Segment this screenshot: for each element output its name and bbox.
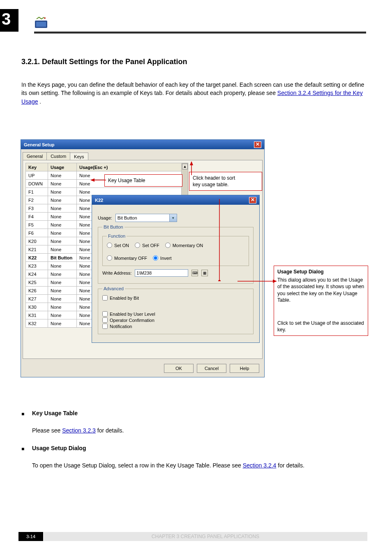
- keypad-icon[interactable]: ⌨: [191, 270, 198, 276]
- radio-momentary-off[interactable]: Momentary OFF: [107, 255, 147, 261]
- cell-usage: None: [48, 213, 77, 221]
- cell-key: K23: [26, 262, 48, 270]
- enabled-by-user-check[interactable]: Enabled by User Level: [102, 311, 249, 317]
- cell-usage: None: [48, 311, 77, 319]
- cell-usage: None: [48, 221, 77, 229]
- bullet-square-icon: ■: [21, 411, 24, 417]
- col-key-header[interactable]: Key: [26, 163, 48, 171]
- cell-usage: None: [48, 196, 77, 204]
- cell-key: K20: [26, 237, 48, 245]
- help-button[interactable]: Help: [230, 364, 259, 373]
- cell-usage: None: [48, 245, 77, 254]
- footer-page-number: 3-14: [18, 532, 43, 541]
- dialog-title: General Setup: [24, 142, 55, 147]
- function-legend: Function: [107, 234, 127, 238]
- cell-usage: None: [48, 303, 77, 311]
- svg-rect-1: [36, 22, 46, 27]
- close-icon[interactable]: ✕: [249, 197, 256, 204]
- cell-usage: None: [48, 262, 77, 270]
- radio-momentary-on[interactable]: Momentary ON: [165, 243, 203, 248]
- footer-chapter-label: CHAPTER 3 CREATING PANEL APPLICATIONS: [44, 532, 367, 541]
- svg-marker-6: [190, 161, 193, 165]
- page-title: 3.2.1. Default Settings for the Panel Ap…: [21, 58, 187, 66]
- svg-point-8: [218, 280, 221, 281]
- cell-key: UP: [26, 171, 48, 180]
- cell-key: DOWN: [26, 180, 48, 188]
- cell-key: F5: [26, 221, 48, 229]
- section-324-link[interactable]: Section 3.2.4: [243, 462, 277, 469]
- cell-key: F6: [26, 229, 48, 237]
- tab-general[interactable]: General: [23, 152, 47, 160]
- svg-point-2: [44, 17, 46, 19]
- callout-sort-header: Click header to sort key usage table.: [189, 172, 262, 191]
- app-logo-icon: [34, 16, 48, 29]
- cell-usage: None: [48, 278, 77, 287]
- intro-paragraph: In the Keys page, you can define the def…: [21, 81, 367, 106]
- ok-button[interactable]: OK: [164, 364, 194, 373]
- address-picker-icon[interactable]: ▦: [201, 270, 208, 276]
- cell-key: K27: [26, 295, 48, 303]
- radio-set-off[interactable]: Set OFF: [135, 243, 159, 248]
- cell-key: K25: [26, 278, 48, 287]
- write-address-row: Write Address: ⌨ ▦: [102, 269, 249, 277]
- advanced-group: Advanced Enabled by Bit Enabled by User …: [98, 286, 254, 334]
- cell-key: F4: [26, 213, 48, 221]
- usage-select[interactable]: Bit Button ▾: [115, 214, 177, 222]
- cell-usage: None: [48, 270, 77, 278]
- svg-marker-4: [90, 178, 95, 182]
- cell-usage: Bit Button: [48, 254, 77, 262]
- svg-marker-10: [273, 280, 277, 283]
- operator-confirmation-check[interactable]: Operator Confirmation: [102, 317, 249, 323]
- bullet-square-icon: ■: [21, 446, 24, 452]
- bit-button-legend: Bit Button: [102, 224, 125, 229]
- radio-set-on[interactable]: Set ON: [107, 243, 129, 248]
- cell-key: F1: [26, 188, 48, 196]
- cell-key: F2: [26, 196, 48, 204]
- cell-key: K24: [26, 270, 48, 278]
- cell-usage: None: [48, 295, 77, 303]
- cell-usage: None: [48, 319, 77, 328]
- enabled-by-bit-check[interactable]: Enabled by Bit: [102, 295, 249, 301]
- write-address-input[interactable]: [135, 269, 188, 277]
- callout-connector-line: [216, 199, 223, 281]
- section-323-link[interactable]: Section 3.2.3: [62, 427, 96, 434]
- section-title-text: Default Settings for the Panel Applicati…: [42, 58, 187, 66]
- cell-key: K26: [26, 287, 48, 295]
- cell-usage: None: [48, 171, 77, 180]
- cell-usage: None: [48, 287, 77, 295]
- key-usage-table-text: Please see Section 3.2.3 for details.: [32, 427, 361, 435]
- notification-check[interactable]: Notification: [102, 324, 249, 329]
- cell-usage: None: [48, 237, 77, 245]
- write-address-label: Write Address:: [102, 271, 131, 275]
- usage-setup-dialog-heading: Usage Setup Dialog: [32, 445, 86, 451]
- cancel-button[interactable]: Cancel: [197, 364, 226, 373]
- k22-titlebar: K22 ✕: [92, 195, 259, 205]
- cell-usage: None: [48, 188, 77, 196]
- usage-setup-dialog-text: To open the Usage Setup Dialog, select a…: [32, 462, 361, 470]
- tab-custom[interactable]: Custom: [46, 152, 70, 160]
- advanced-legend: Advanced: [102, 286, 125, 291]
- dialog-titlebar: General Setup ✕: [21, 140, 264, 149]
- usage-label: Usage:: [98, 215, 112, 220]
- dialog-button-row: OK Cancel Help: [21, 359, 264, 377]
- scroll-up-icon[interactable]: ▲: [182, 164, 188, 169]
- col-usage-header[interactable]: Usage: [48, 163, 77, 171]
- cell-key: K31: [26, 311, 48, 319]
- cell-key: F3: [26, 204, 48, 213]
- usage-row: Usage: Bit Button ▾: [98, 214, 254, 222]
- col-usageesc-header[interactable]: Usage(Esc +): [77, 163, 182, 171]
- key-usage-table-heading: Key Usage Table: [32, 410, 78, 416]
- k22-dialog: K22 ✕ Usage: Bit Button ▾ Bit Button Fun…: [92, 195, 260, 343]
- cell-usage: None: [48, 180, 77, 188]
- tab-keys[interactable]: Keys: [70, 153, 88, 160]
- arrow-icon: [90, 178, 106, 183]
- cell-key: K21: [26, 245, 48, 254]
- cell-key: K32: [26, 319, 48, 328]
- arrow-icon: [238, 279, 277, 284]
- chapter-number: 3: [2, 10, 11, 28]
- cell-key: K30: [26, 303, 48, 311]
- radio-invert[interactable]: Invert: [153, 255, 172, 261]
- cell-key: K22: [26, 254, 48, 262]
- close-icon[interactable]: ✕: [254, 141, 261, 148]
- section-number: 3.2.1.: [21, 58, 40, 66]
